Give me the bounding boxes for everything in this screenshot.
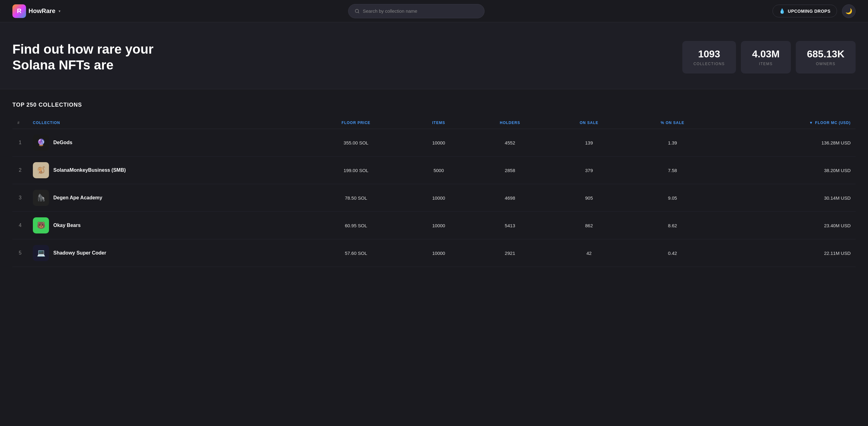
table-row[interactable]: 2 🐒 SolanaMonkeyBusiness (SMB) 199.00 SO…	[12, 157, 856, 184]
collection-avatar: 🦍	[33, 190, 49, 206]
on-sale-cell: 379	[551, 157, 627, 184]
table-header: # COLLECTION FLOOR PRICE ITEMS HOLDERS O…	[12, 117, 856, 129]
logo-text: HowRare	[29, 7, 56, 14]
table-row[interactable]: 5 💻 Shadowy Super Coder 57.60 SOL 10000 …	[12, 239, 856, 267]
items-cell: 10000	[408, 129, 469, 157]
collection-name: Degen Ape Academy	[53, 195, 102, 201]
collection-cell: 💻 Shadowy Super Coder	[28, 239, 304, 267]
collection-cell: 🐻 Okay Bears	[28, 212, 304, 239]
table-row[interactable]: 3 🦍 Degen Ape Academy 78.50 SOL 10000 46…	[12, 184, 856, 212]
holders-cell: 2858	[469, 157, 551, 184]
pct-on-sale-cell: 7.58	[627, 157, 718, 184]
search-bar[interactable]	[348, 4, 485, 18]
stat-label-2: OWNERS	[807, 62, 844, 66]
drop-icon: 💧	[779, 8, 785, 14]
items-cell: 10000	[408, 239, 469, 267]
col-holders[interactable]: HOLDERS	[469, 117, 551, 129]
collection-name: Okay Bears	[53, 223, 81, 228]
table-row[interactable]: 4 🐻 Okay Bears 60.95 SOL 10000 5413 862 …	[12, 212, 856, 239]
stat-value-2: 685.13K	[807, 49, 844, 60]
collection-cell: 🔮 DeGods	[28, 129, 304, 157]
rank-cell: 2	[12, 157, 28, 184]
section-title: TOP 250 COLLECTIONS	[12, 102, 856, 108]
stat-card-0: 1093 COLLECTIONS	[682, 41, 736, 73]
hero-stats: 1093 COLLECTIONS 4.03M ITEMS 685.13K OWN…	[682, 41, 856, 73]
floor-mc-cell: 22.11M USD	[718, 239, 856, 267]
items-cell: 5000	[408, 157, 469, 184]
collection-avatar: 🐒	[33, 162, 49, 178]
on-sale-cell: 905	[551, 184, 627, 212]
theme-toggle-button[interactable]: 🌙	[842, 4, 856, 18]
collection-name: DeGods	[53, 140, 72, 145]
collection-cell: 🐒 SolanaMonkeyBusiness (SMB)	[28, 157, 304, 184]
main-content: TOP 250 COLLECTIONS # COLLECTION FLOOR P…	[0, 89, 868, 285]
holders-cell: 2921	[469, 239, 551, 267]
items-cell: 10000	[408, 184, 469, 212]
holders-cell: 4698	[469, 184, 551, 212]
moon-icon: 🌙	[845, 8, 852, 14]
pct-on-sale-cell: 1.39	[627, 129, 718, 157]
floor-price-cell: 60.95 SOL	[304, 212, 408, 239]
rank-cell: 3	[12, 184, 28, 212]
table-body: 1 🔮 DeGods 355.00 SOL 10000 4552 139 1.3…	[12, 129, 856, 267]
table-row[interactable]: 1 🔮 DeGods 355.00 SOL 10000 4552 139 1.3…	[12, 129, 856, 157]
col-floor-price[interactable]: FLOOR PRICE	[304, 117, 408, 129]
col-items[interactable]: ITEMS	[408, 117, 469, 129]
rank-cell: 5	[12, 239, 28, 267]
col-collection[interactable]: COLLECTION	[28, 117, 304, 129]
on-sale-cell: 139	[551, 129, 627, 157]
collections-table: # COLLECTION FLOOR PRICE ITEMS HOLDERS O…	[12, 117, 856, 267]
floor-mc-cell: 136.28M USD	[718, 129, 856, 157]
floor-price-cell: 355.00 SOL	[304, 129, 408, 157]
stat-label-1: ITEMS	[752, 62, 780, 66]
floor-mc-cell: 30.14M USD	[718, 184, 856, 212]
hero-section: Find out how rare your Solana NFTs are 1…	[0, 22, 868, 89]
pct-on-sale-cell: 0.42	[627, 239, 718, 267]
logo-icon: R	[12, 4, 26, 18]
upcoming-drops-button[interactable]: 💧 UPCOMING DROPS	[773, 5, 837, 18]
floor-price-cell: 199.00 SOL	[304, 157, 408, 184]
rank-cell: 4	[12, 212, 28, 239]
stat-value-0: 1093	[693, 49, 725, 60]
stat-value-1: 4.03M	[752, 49, 780, 60]
col-on-sale[interactable]: ON SALE	[551, 117, 627, 129]
items-cell: 10000	[408, 212, 469, 239]
pct-on-sale-cell: 8.62	[627, 212, 718, 239]
search-icon	[354, 9, 360, 13]
collection-cell: 🦍 Degen Ape Academy	[28, 184, 304, 212]
navbar: R HowRare ▾ 💧 UPCOMING DROPS 🌙	[0, 0, 868, 22]
pct-on-sale-cell: 9.05	[627, 184, 718, 212]
stat-label-0: COLLECTIONS	[693, 62, 725, 66]
sort-arrow-icon: ▼	[809, 121, 814, 125]
navbar-logo-area: R HowRare ▾	[12, 4, 60, 18]
collection-name: Shadowy Super Coder	[53, 250, 106, 256]
navbar-right: 💧 UPCOMING DROPS 🌙	[773, 4, 856, 18]
holders-cell: 5413	[469, 212, 551, 239]
on-sale-cell: 42	[551, 239, 627, 267]
on-sale-cell: 862	[551, 212, 627, 239]
collection-avatar: 🐻	[33, 217, 49, 234]
floor-mc-cell: 23.40M USD	[718, 212, 856, 239]
collection-avatar: 🔮	[33, 134, 49, 151]
rank-cell: 1	[12, 129, 28, 157]
col-pct-on-sale[interactable]: % ON SALE	[627, 117, 718, 129]
holders-cell: 4552	[469, 129, 551, 157]
logo-dropdown-arrow[interactable]: ▾	[59, 9, 60, 13]
floor-mc-cell: 38.20M USD	[718, 157, 856, 184]
stat-card-1: 4.03M ITEMS	[741, 41, 791, 73]
search-input[interactable]	[363, 8, 478, 13]
floor-price-cell: 78.50 SOL	[304, 184, 408, 212]
svg-line-1	[358, 12, 359, 13]
col-floor-mc[interactable]: ▼ FLOOR MC (USD)	[718, 117, 856, 129]
hero-title: Find out how rare your Solana NFTs are	[12, 41, 198, 73]
floor-price-cell: 57.60 SOL	[304, 239, 408, 267]
collection-name: SolanaMonkeyBusiness (SMB)	[53, 168, 126, 173]
collection-avatar: 💻	[33, 245, 49, 261]
stat-card-2: 685.13K OWNERS	[796, 41, 856, 73]
col-rank: #	[12, 117, 28, 129]
